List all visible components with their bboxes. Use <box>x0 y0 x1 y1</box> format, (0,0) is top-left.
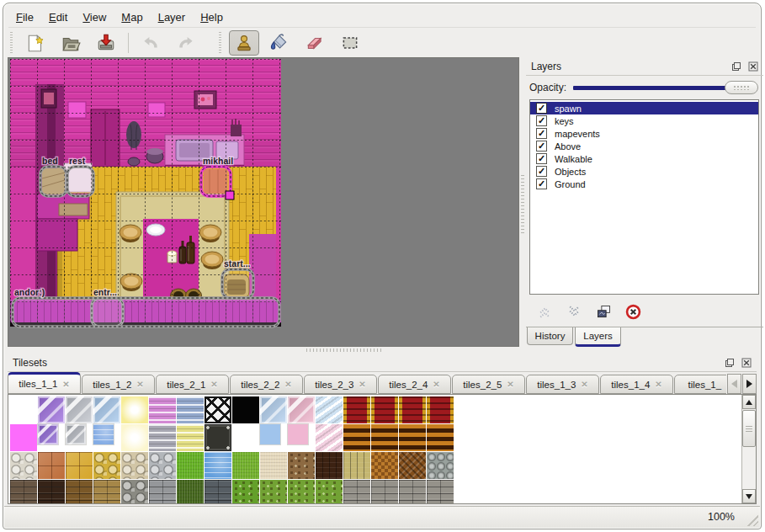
tile-brick-umber[interactable] <box>10 480 37 504</box>
tab-scroll-right-button[interactable] <box>742 374 757 394</box>
menu-view[interactable]: View <box>75 8 114 26</box>
tileset-tab-tiles_2_4[interactable]: tiles_2_4✕ <box>378 375 451 394</box>
eraser-button[interactable] <box>300 30 330 56</box>
tile-carpet-orange-1[interactable] <box>343 424 370 451</box>
tile-ribbon-pink[interactable] <box>316 424 343 451</box>
tile-planks-gray-3[interactable] <box>399 480 426 504</box>
tile-carpet-red-3[interactable] <box>399 396 426 423</box>
tile-tiles-terracotta[interactable] <box>38 452 65 479</box>
tile-stripes-yellow[interactable] <box>177 424 204 451</box>
tile-planks-pale[interactable] <box>343 452 370 479</box>
menu-help[interactable]: Help <box>193 8 231 26</box>
toolbar-handle-2[interactable] <box>218 32 224 54</box>
layer-checkbox[interactable]: ✓ <box>536 115 547 126</box>
tile-carpet-orange-4[interactable] <box>427 424 454 451</box>
tile-crystal-pink[interactable] <box>288 396 315 423</box>
layer-row-mapevents[interactable]: ✓mapevents <box>530 127 758 140</box>
layer-row-spawn[interactable]: ✓spawn <box>530 102 758 114</box>
tile-weave-orange[interactable] <box>371 452 398 479</box>
layer-checkbox[interactable]: ✓ <box>536 178 547 189</box>
tile-crystal-purple[interactable] <box>38 396 65 423</box>
tileset-tab-tiles_2_2[interactable]: tiles_2_2✕ <box>230 375 303 394</box>
tile-planks-gray-2[interactable] <box>371 480 398 504</box>
tile-brick-slate[interactable] <box>205 480 231 504</box>
bucket-fill-button[interactable] <box>264 30 295 56</box>
tile-carpet-red-2[interactable] <box>371 396 398 423</box>
tab-scroll-left-button[interactable] <box>727 374 741 394</box>
open-file-button[interactable] <box>56 30 86 56</box>
undo-button[interactable] <box>135 30 166 56</box>
menu-edit[interactable]: Edit <box>41 8 75 26</box>
tile-brick-darkbrown[interactable] <box>38 480 65 504</box>
tab-close-icon[interactable]: ✕ <box>210 380 217 389</box>
tile-water-blue-small[interactable] <box>93 424 114 444</box>
layer-checkbox[interactable]: ✓ <box>536 166 547 177</box>
menu-layer[interactable]: Layer <box>151 8 194 26</box>
tile-glow-yellow[interactable] <box>121 396 148 423</box>
tileset-view[interactable] <box>8 394 757 504</box>
close-icon[interactable] <box>746 60 760 72</box>
rectangle-select-button[interactable] <box>335 30 365 56</box>
tileset-tab-tiles_1_[interactable]: tiles_1_✕ <box>674 375 726 394</box>
resize-grip[interactable] <box>746 513 758 526</box>
tilesets-float-icon[interactable] <box>723 356 736 369</box>
tile-carpet-red-1[interactable] <box>343 396 370 423</box>
tile-carpet-orange-3[interactable] <box>399 424 426 451</box>
map-canvas[interactable]: bedrestmikhailstart...entr...andor:) <box>8 58 518 346</box>
tab-close-icon[interactable]: ✕ <box>655 380 661 389</box>
tile-stripes-gray[interactable] <box>149 424 176 451</box>
stamp-brush-button[interactable] <box>229 30 259 56</box>
tile-solid-black[interactable] <box>232 396 259 423</box>
menu-file[interactable]: File <box>8 8 41 26</box>
tile-crystal-blue[interactable] <box>93 396 120 423</box>
scroll-up-button[interactable] <box>742 395 756 409</box>
tile-crystal-silver-small[interactable] <box>66 424 86 444</box>
menu-map[interactable]: Map <box>114 8 150 26</box>
tile-grass-path-2[interactable] <box>260 480 287 504</box>
tab-history[interactable]: History <box>527 327 573 345</box>
tile-dirt-brown[interactable] <box>288 452 315 479</box>
tile-grass-path-4[interactable] <box>316 480 343 504</box>
map-tilemap[interactable]: bedrestmikhailstart...entr...andor:) <box>10 59 281 327</box>
tileset-scrollbar[interactable] <box>741 395 756 503</box>
tilesets-close-icon[interactable] <box>740 356 753 369</box>
tile-brick-gray[interactable] <box>149 480 176 504</box>
new-file-button[interactable] <box>20 30 50 56</box>
tile-herringbone-brown[interactable] <box>399 452 426 479</box>
tileset-tab-tiles_2_3[interactable]: tiles_2_3✕ <box>304 375 377 394</box>
tile-lattice-white[interactable] <box>205 396 231 423</box>
tile-solid-blue-small[interactable] <box>260 424 280 444</box>
tab-layers[interactable]: Layers <box>575 327 621 347</box>
tile-glow-pale-yellow[interactable] <box>121 424 148 451</box>
tile-grass-path-flowers[interactable] <box>232 480 259 504</box>
tile-grass-green[interactable] <box>177 452 204 479</box>
toolbar-handle[interactable] <box>9 32 15 54</box>
tile-carpet-red-4[interactable] <box>427 396 454 423</box>
tile-logs-gray[interactable] <box>427 452 454 479</box>
tile-stripes-blue[interactable] <box>177 396 204 423</box>
tileset-tab-tiles_1_4[interactable]: tiles_1_4✕ <box>600 375 673 394</box>
tile-brick-brown[interactable] <box>66 480 93 504</box>
tile-stone-wall-gray[interactable] <box>121 480 148 504</box>
tile-pebbles-gray[interactable] <box>149 452 176 479</box>
tile-crystal-purple-small[interactable] <box>38 424 58 444</box>
tab-close-icon[interactable]: ✕ <box>581 380 587 389</box>
move-layer-up-button[interactable] <box>534 301 555 322</box>
layer-checkbox[interactable]: ✓ <box>536 153 547 164</box>
layer-row-Walkable[interactable]: ✓Walkable <box>530 152 758 165</box>
vertical-splitter[interactable] <box>519 57 526 347</box>
horizontal-splitter[interactable] <box>7 347 757 354</box>
redo-button[interactable] <box>171 30 201 56</box>
tile-planks-gray-4[interactable] <box>427 480 454 504</box>
tileset-tab-tiles_2_5[interactable]: tiles_2_5✕ <box>452 375 525 394</box>
object-resize-handle[interactable] <box>226 191 234 200</box>
tab-close-icon[interactable]: ✕ <box>359 380 365 389</box>
map-object-start[interactable]: start... <box>222 258 253 298</box>
tile-brick-tan[interactable] <box>93 480 120 504</box>
tile-planks-gray-1[interactable] <box>343 480 370 504</box>
layer-row-keys[interactable]: ✓keys <box>530 114 758 127</box>
tile-stripes-pink[interactable] <box>149 396 176 423</box>
layer-checkbox[interactable]: ✓ <box>536 128 547 139</box>
tile-flagstones-yellow[interactable] <box>93 452 120 479</box>
delete-layer-button[interactable] <box>622 301 644 322</box>
